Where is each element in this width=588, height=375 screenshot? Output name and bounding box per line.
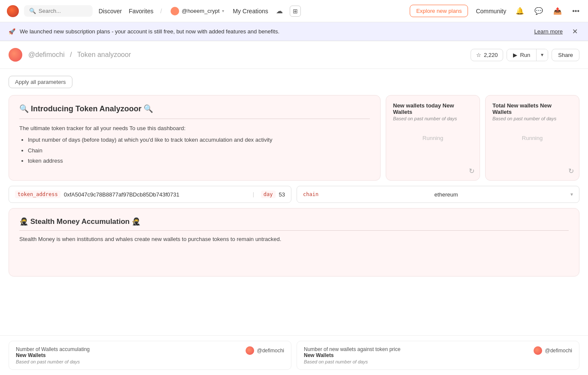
token-address-label: token_address xyxy=(15,190,60,198)
run-button[interactable]: ▶ Run xyxy=(507,49,536,61)
chain-value: ethereum xyxy=(435,191,458,198)
navbar: 🔍 Discover Favorites / @hoeem_crypt ▾ My… xyxy=(0,0,588,22)
apply-all-parameters-button[interactable]: Apply all parameters xyxy=(9,76,72,88)
run-icon: ▶ xyxy=(513,52,517,58)
bell-icon[interactable]: 🔔 xyxy=(514,5,526,17)
app-logo xyxy=(7,5,19,17)
day-value: 53 xyxy=(279,191,285,198)
stat-title-2: Total New wallets New Wallets xyxy=(492,102,572,115)
stealth-card: 🥷 Stealth Money Accumulation 🥷 Stealth M… xyxy=(9,208,579,277)
stat-header-2: Total New wallets New Wallets Based on p… xyxy=(492,102,572,121)
stealth-title: 🥷 Stealth Money Accumulation 🥷 xyxy=(19,217,569,231)
user-menu[interactable]: @hoeem_crypt ▾ xyxy=(168,6,227,16)
bullet-1: Input number of days (before today) at w… xyxy=(28,136,370,145)
nav-discover[interactable]: Discover xyxy=(98,6,123,16)
stat-meta-2: Based on past number of days xyxy=(492,116,572,121)
refresh-icon-2[interactable]: ↻ xyxy=(568,167,574,175)
star-icon: ☆ xyxy=(476,52,481,58)
explore-plans-button[interactable]: Explore new plans xyxy=(410,5,468,17)
token-address-param[interactable]: token_address 0xfA5047c9c78B8877af97BDcb… xyxy=(9,186,291,203)
banner-close-button[interactable]: ✕ xyxy=(570,27,579,36)
search-box[interactable]: 🔍 xyxy=(24,5,93,17)
search-input[interactable] xyxy=(39,8,87,14)
token-address-value: 0xfA5047c9c78B8877af97BDcb85Db743f0731 xyxy=(64,191,180,198)
intro-card: 🔍 Introducing Token Analyzooor 🔍 The ult… xyxy=(9,95,381,181)
cloud-icon[interactable]: ☁ xyxy=(274,5,285,17)
user-avatar xyxy=(171,7,179,15)
main-content: Apply all parameters 🔍 Introducing Token… xyxy=(0,69,588,289)
running-status-1: Running xyxy=(423,135,443,141)
learn-more-link[interactable]: Learn more xyxy=(534,28,563,35)
more-options-icon[interactable]: ••• xyxy=(570,6,581,17)
share-button[interactable]: Share xyxy=(552,49,579,61)
nav-community[interactable]: Community xyxy=(475,6,507,16)
share-icon[interactable]: 📤 xyxy=(552,5,564,17)
page-title: @defimochi / Token analyzooor xyxy=(27,51,133,59)
run-group: ▶ Run ▾ xyxy=(507,49,548,61)
stat-card-new-wallets-today: New wallets today New Wallets Based on p… xyxy=(386,95,480,181)
stealth-body: Stealth Money is when institutions and w… xyxy=(19,235,569,244)
page-actions: ☆ 2,220 ▶ Run ▾ Share xyxy=(471,49,579,61)
stat-card-total-new-wallets: Total New wallets New Wallets Based on p… xyxy=(485,95,579,181)
chat-icon[interactable]: 💬 xyxy=(533,5,545,17)
running-status-2: Running xyxy=(522,135,543,141)
dashboard-name: Token analyzooor xyxy=(77,51,131,58)
stat-meta-1: Based on past number of days xyxy=(393,116,473,121)
rocket-icon: 🚀 xyxy=(9,28,15,35)
search-icon: 🔍 xyxy=(29,8,36,14)
star-button[interactable]: ☆ 2,220 xyxy=(471,49,504,61)
bullet-3: token address xyxy=(28,157,370,166)
owner-name: @defimochi xyxy=(28,51,65,58)
nav-favorites[interactable]: Favorites xyxy=(128,6,154,16)
nav-divider: / xyxy=(159,8,163,15)
refresh-icon-1[interactable]: ↻ xyxy=(469,167,474,175)
chain-select-chevron: ▾ xyxy=(570,191,573,197)
stat-header-1: New wallets today New Wallets Based on p… xyxy=(393,102,473,121)
nav-my-creations[interactable]: My Creations xyxy=(232,6,269,16)
stat-title-1: New wallets today New Wallets xyxy=(393,102,473,115)
banner-text: We launched new subscription plans - you… xyxy=(20,28,530,35)
title-separator: / xyxy=(70,51,72,58)
day-label: day xyxy=(261,190,276,198)
star-count: 2,220 xyxy=(484,52,498,58)
page-header: @defimochi / Token analyzooor ☆ 2,220 ▶ … xyxy=(0,41,588,69)
chain-param-select[interactable]: chain ethereum ▾ xyxy=(297,186,579,203)
run-label: Run xyxy=(520,52,530,58)
main-grid: 🔍 Introducing Token Analyzooor 🔍 The ult… xyxy=(9,95,579,181)
intro-body: The ultimate token tracker for all your … xyxy=(19,124,370,166)
bullet-2: Chain xyxy=(28,146,370,155)
nav-right-section: Explore new plans Community 🔔 💬 📤 ••• xyxy=(410,5,581,17)
stealth-section: 🥷 Stealth Money Accumulation 🥷 Stealth M… xyxy=(9,208,579,277)
username-label: @hoeem_crypt xyxy=(182,8,219,14)
chevron-down-icon: ▾ xyxy=(222,9,224,13)
chain-label: chain xyxy=(303,191,318,197)
announcement-banner: 🚀 We launched new subscription plans - y… xyxy=(0,22,588,41)
add-icon[interactable]: ⊞ xyxy=(290,6,301,17)
params-row: token_address 0xfA5047c9c78B8877af97BDcb… xyxy=(9,186,579,203)
page-owner-avatar xyxy=(9,48,22,62)
run-dropdown-button[interactable]: ▾ xyxy=(536,49,548,61)
intro-description: The ultimate token tracker for all your … xyxy=(19,124,370,133)
intro-title: 🔍 Introducing Token Analyzooor 🔍 xyxy=(19,104,370,119)
